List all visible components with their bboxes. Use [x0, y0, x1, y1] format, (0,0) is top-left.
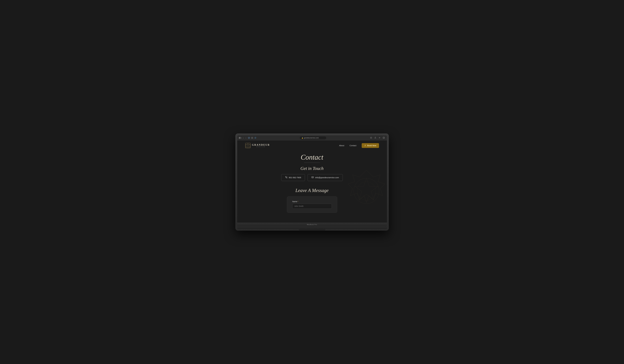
contact-form-card: Name*	[287, 196, 337, 213]
book-now-button[interactable]: Book Now	[362, 143, 379, 148]
laptop-bottom-bar: MacBook Pro	[237, 223, 387, 226]
share-icon[interactable]	[374, 136, 377, 139]
lock-icon: 🔒	[302, 137, 303, 139]
tab-chevron-icon: ▾	[241, 137, 242, 139]
tab-bar: ▾	[239, 137, 242, 139]
svg-point-12	[247, 145, 249, 147]
browser-right-icons	[369, 136, 385, 139]
tabs-icon[interactable]	[382, 136, 385, 139]
svg-rect-8	[383, 137, 384, 138]
name-label: Name*	[292, 201, 332, 203]
address-pill[interactable]: 🔒 grandeurservice.com	[300, 136, 326, 139]
site-main: Contact Get in Touch 901-562-7605	[237, 151, 387, 218]
refresh-icon[interactable]	[254, 137, 257, 139]
nav-links: About Contact Book Now	[339, 143, 379, 148]
laptop-frame: ▾ ‹ ›	[235, 133, 389, 231]
required-indicator: *	[298, 201, 298, 203]
page-title: Contact	[301, 153, 323, 161]
browser-controls: ▾ ‹ ›	[239, 136, 247, 139]
laptop-stand	[299, 229, 325, 231]
phone-number: 901-562-7605	[289, 176, 301, 179]
site-navigation: GRANDEUR SERVICE About Contact Book Now	[237, 141, 387, 151]
browser-security-icons	[248, 137, 257, 139]
email-button[interactable]: info@grandeurservice.com	[308, 174, 343, 181]
tab-icon	[239, 137, 241, 139]
book-icon	[364, 145, 366, 147]
forward-button[interactable]: ›	[245, 136, 247, 139]
shield-icon	[248, 137, 250, 139]
download-icon[interactable]	[369, 136, 373, 139]
logo[interactable]: GRANDEUR SERVICE	[245, 143, 270, 148]
logo-text: GRANDEUR SERVICE	[252, 144, 270, 147]
email-icon	[312, 176, 314, 179]
contact-buttons: 901-562-7605 info@grandeurservice.com	[281, 174, 343, 181]
new-tab-icon[interactable]	[378, 136, 381, 139]
logo-sub: SERVICE	[252, 146, 270, 147]
website-content: GRANDEUR SERVICE About Contact Book Now	[237, 141, 387, 223]
laptop-base	[237, 226, 387, 229]
macbook-label: MacBook Pro	[307, 224, 317, 225]
back-button[interactable]: ‹	[243, 136, 244, 139]
svg-rect-3	[252, 137, 253, 138]
svg-rect-0	[239, 137, 240, 138]
phone-button[interactable]: 901-562-7605	[281, 174, 305, 181]
leave-message-heading: Leave A Message	[295, 188, 329, 193]
url-text: grandeurservice.com	[304, 137, 319, 139]
browser-chrome: ▾ ‹ ›	[237, 135, 387, 141]
book-now-label: Book Now	[367, 145, 376, 147]
svg-rect-4	[251, 138, 252, 139]
svg-rect-14	[312, 177, 313, 178]
phone-icon	[285, 176, 287, 179]
svg-rect-2	[251, 137, 252, 138]
svg-rect-5	[252, 138, 253, 139]
logo-icon	[245, 143, 251, 148]
address-bar[interactable]: 🔒 grandeurservice.com	[258, 136, 368, 139]
svg-point-13	[365, 145, 366, 146]
email-address: info@grandeurservice.com	[315, 176, 339, 179]
logo-name: GRANDEUR	[252, 144, 270, 146]
puzzle-icon	[251, 137, 253, 139]
contact-nav-link[interactable]: Contact	[349, 144, 356, 147]
about-nav-link[interactable]: About	[339, 144, 344, 147]
screen-bezel: ▾ ‹ ›	[237, 135, 387, 226]
get-in-touch-heading: Get in Touch	[300, 166, 323, 171]
name-input[interactable]	[292, 204, 332, 209]
